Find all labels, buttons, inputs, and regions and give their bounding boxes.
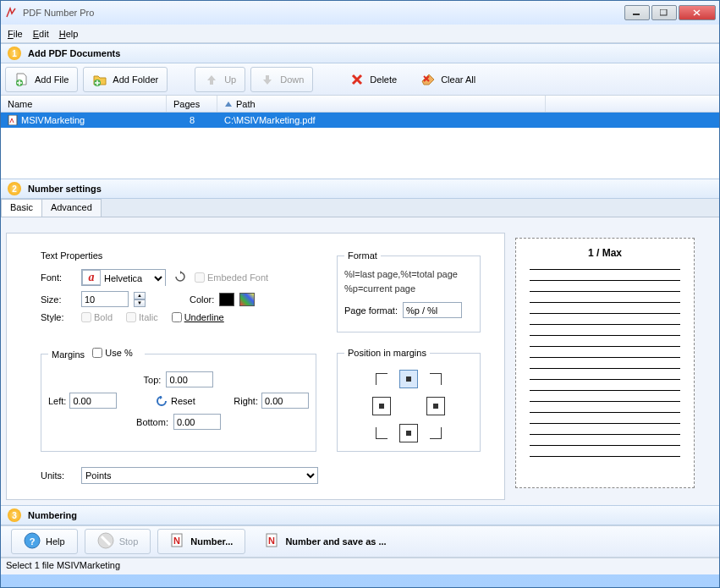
down-button[interactable]: Down <box>250 67 313 92</box>
stop-icon <box>97 532 114 551</box>
col-path[interactable]: Path <box>217 96 546 112</box>
size-input[interactable] <box>81 291 129 307</box>
menu-help[interactable]: Help <box>59 29 79 39</box>
pos-bl[interactable] <box>372 424 391 442</box>
file-list[interactable]: MSIVMarketing 8 C:\MSIVMarketing.pdf <box>1 113 719 179</box>
section-number-settings: 2 Number settings <box>1 179 719 199</box>
pos-tr[interactable] <box>426 370 445 388</box>
preview-pane: 1 / Max <box>515 238 695 488</box>
documents-toolbar: Add File Add Folder Up Down Delete Clear… <box>1 63 719 96</box>
color-picker-button[interactable] <box>239 293 255 306</box>
pos-bc[interactable] <box>399 424 418 442</box>
titlebar: PDF Number Pro <box>1 1 719 25</box>
add-folder-icon <box>92 72 107 87</box>
help-button[interactable]: ? Help <box>11 529 78 554</box>
font-icon: a <box>82 270 101 285</box>
clear-all-icon <box>420 72 436 87</box>
section-3-label: Numbering <box>28 510 77 520</box>
section-2-label: Number settings <box>28 184 102 194</box>
step-3-badge: 3 <box>8 508 21 522</box>
arrow-up-icon <box>204 72 219 87</box>
svg-rect-0 <box>633 14 640 15</box>
pos-ml[interactable] <box>372 397 391 415</box>
arrow-down-icon <box>260 72 275 87</box>
refresh-icon[interactable] <box>174 271 186 284</box>
bold-checkbox <box>81 312 91 322</box>
app-icon <box>4 6 18 19</box>
reset-button[interactable]: Reset <box>156 395 195 407</box>
size-spinner[interactable]: ▲▼ <box>134 292 146 307</box>
add-folder-button[interactable]: Add Folder <box>83 67 168 92</box>
minimize-button[interactable] <box>624 5 650 20</box>
text-properties-group: Text Properties Font: a Helvetica Embede… <box>41 250 316 327</box>
page-format-input[interactable] <box>403 302 462 318</box>
menu-file[interactable]: File <box>8 29 23 39</box>
use-percent-checkbox[interactable] <box>92 348 102 358</box>
pos-tl[interactable] <box>372 370 391 388</box>
margin-bottom-input[interactable] <box>173 414 221 430</box>
font-select[interactable]: Helvetica <box>101 270 165 287</box>
step-2-badge: 2 <box>8 182 21 195</box>
col-name[interactable]: Name <box>1 96 167 112</box>
help-icon: ? <box>24 532 41 551</box>
tab-advanced[interactable]: Advanced <box>41 199 102 217</box>
close-button[interactable] <box>679 5 716 20</box>
menubar: File Edit Help <box>1 25 719 43</box>
menu-edit[interactable]: Edit <box>33 29 49 39</box>
step-1-badge: 1 <box>8 47 21 60</box>
app-title: PDF Number Pro <box>23 8 624 18</box>
add-file-button[interactable]: Add File <box>5 67 78 92</box>
margins-group: Margins Use % Top: Left: <box>41 348 316 452</box>
file-list-header: Name Pages Path <box>1 96 719 113</box>
delete-button[interactable]: Delete <box>340 67 406 92</box>
add-file-icon <box>14 72 30 87</box>
embed-font-checkbox <box>195 272 205 283</box>
section-1-label: Add PDF Documents <box>28 48 120 58</box>
pos-mc <box>399 397 418 415</box>
delete-icon <box>349 72 365 87</box>
section-numbering: 3 Numbering <box>1 505 719 525</box>
svg-text:N: N <box>268 536 275 546</box>
format-group: Format %l=last page,%t=total page %p=cur… <box>337 250 481 332</box>
status-bar: Select 1 file MSIVMarketing <box>1 558 719 574</box>
pdf-file-icon <box>8 115 18 125</box>
tab-basic[interactable]: Basic <box>1 199 42 217</box>
color-swatch[interactable] <box>219 293 234 306</box>
svg-text:N: N <box>173 536 180 546</box>
settings-tabs: Basic Advanced <box>1 199 719 217</box>
margin-left-input[interactable] <box>69 393 117 409</box>
up-button[interactable]: Up <box>195 67 245 92</box>
number-saveas-icon: N <box>265 533 280 550</box>
stop-button: Stop <box>85 529 151 554</box>
numbering-toolbar: ? Help Stop N Number... N Number and sav… <box>1 525 719 558</box>
italic-checkbox <box>126 312 136 322</box>
maximize-button[interactable] <box>651 5 677 20</box>
col-pages[interactable]: Pages <box>167 96 217 112</box>
pos-tc[interactable] <box>399 370 418 388</box>
number-button[interactable]: N Number... <box>157 529 245 554</box>
number-icon: N <box>170 533 185 550</box>
position-group: Position in margins <box>337 348 481 452</box>
svg-rect-1 <box>660 9 667 15</box>
pos-mr[interactable] <box>426 397 445 415</box>
units-select[interactable]: Points <box>81 467 318 484</box>
reset-icon <box>156 395 168 407</box>
number-save-as-button[interactable]: N Number and save as ... <box>252 529 398 554</box>
svg-text:?: ? <box>30 536 36 547</box>
clear-all-button[interactable]: Clear All <box>411 67 485 92</box>
underline-checkbox[interactable] <box>172 312 182 322</box>
margin-top-input[interactable] <box>166 371 213 387</box>
pos-br[interactable] <box>426 424 445 442</box>
margin-right-input[interactable] <box>261 393 309 409</box>
section-add-documents: 1 Add PDF Documents <box>1 43 719 63</box>
sort-asc-icon <box>224 100 233 108</box>
table-row[interactable]: MSIVMarketing 8 C:\MSIVMarketing.pdf <box>1 113 719 128</box>
